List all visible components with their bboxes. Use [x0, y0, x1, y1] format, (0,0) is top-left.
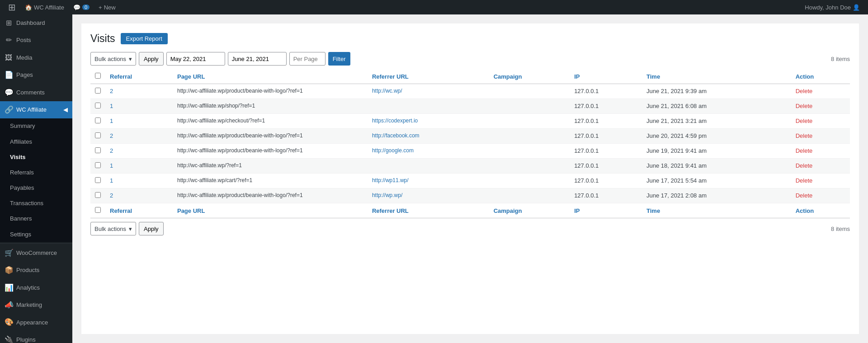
col-footer-action[interactable]: Action — [791, 203, 850, 218]
sidebar-item-summary[interactable]: Summary — [0, 118, 72, 134]
sidebar-item-wc-affiliate[interactable]: 🔗 WC Affiliate ◀ — [0, 101, 72, 118]
sidebar-item-banners[interactable]: Banners — [0, 211, 72, 226]
sidebar-item-dashboard[interactable]: ⊞ Dashboard — [0, 14, 72, 32]
date-from-input[interactable] — [166, 52, 225, 66]
sidebar-item-affiliates[interactable]: Affiliates — [0, 134, 72, 150]
referrer-link[interactable]: https://codexpert.io — [372, 117, 418, 124]
sidebar-label-wc-affiliate: WC Affiliate — [16, 106, 47, 114]
sidebar-item-pages[interactable]: 📄 Pages — [0, 66, 72, 84]
row-checkbox[interactable] — [95, 117, 101, 123]
delete-link[interactable]: Delete — [796, 177, 813, 184]
row-referrer-url: http://wp11.wp/ — [368, 174, 489, 188]
apply-button-top[interactable]: Apply — [139, 52, 164, 66]
col-footer-ip[interactable]: IP — [570, 203, 642, 218]
sidebar-item-transactions[interactable]: Transactions — [0, 196, 72, 211]
row-referral: 2 — [105, 84, 173, 99]
row-checkbox[interactable] — [95, 147, 101, 153]
date-to-input[interactable] — [228, 52, 287, 66]
select-all-checkbox[interactable] — [95, 73, 101, 79]
sidebar-item-comments[interactable]: 💬 Comments — [0, 84, 72, 101]
sidebar-item-woocommerce[interactable]: 🛒 WooCommerce — [0, 244, 72, 262]
sidebar-item-products[interactable]: 📦 Products — [0, 262, 72, 279]
woocommerce-icon: 🛒 — [5, 248, 13, 258]
col-footer-campaign[interactable]: Campaign — [489, 203, 570, 218]
sidebar-item-appearance[interactable]: 🎨 Appearance — [0, 314, 72, 331]
sidebar-item-analytics[interactable]: 📊 Analytics — [0, 279, 72, 296]
col-footer-referrer-url[interactable]: Referrer URL — [368, 203, 489, 218]
delete-link[interactable]: Delete — [796, 117, 813, 124]
select-all-footer-checkbox[interactable] — [95, 207, 101, 213]
sidebar-item-media[interactable]: 🖼 Media — [0, 49, 72, 66]
col-header-referrer-url[interactable]: Referrer URL — [368, 69, 489, 84]
referral-link[interactable]: 1 — [110, 103, 113, 109]
sidebar-label-comments: Comments — [16, 89, 45, 97]
per-page-input[interactable] — [289, 52, 326, 66]
delete-link[interactable]: Delete — [796, 103, 813, 109]
delete-link[interactable]: Delete — [796, 132, 813, 139]
wp-logo[interactable]: ⊞ — [4, 2, 20, 13]
col-header-time[interactable]: Time — [642, 69, 791, 84]
sidebar-item-referrals[interactable]: Referrals — [0, 165, 72, 180]
row-checkbox[interactable] — [95, 162, 101, 168]
row-time: June 21, 2021 9:39 am — [642, 84, 791, 99]
sidebar-item-posts[interactable]: ✏ Posts — [0, 32, 72, 49]
referral-link[interactable]: 2 — [110, 88, 113, 94]
sidebar-item-settings[interactable]: Settings — [0, 227, 72, 242]
site-name-bar[interactable]: 🏠 WC Affiliate — [20, 0, 69, 14]
row-referral: 1 — [105, 159, 173, 174]
referrer-link[interactable]: http://wp11.wp/ — [372, 177, 409, 183]
new-content-bar-item[interactable]: + New — [94, 0, 120, 14]
row-checkbox[interactable] — [95, 103, 101, 108]
delete-link[interactable]: Delete — [796, 162, 813, 169]
table-row: 1 http://wc-affiliate.wp/cart/?ref=1 htt… — [90, 174, 850, 188]
row-action: Delete — [791, 129, 850, 144]
col-header-action[interactable]: Action — [791, 69, 850, 84]
row-checkbox[interactable] — [95, 132, 101, 138]
col-header-page-url[interactable]: Page URL — [173, 69, 368, 84]
row-campaign — [489, 84, 570, 99]
bulk-actions-dropdown-bottom[interactable]: Bulk actions ▾ — [90, 222, 136, 235]
sidebar-item-payables[interactable]: Payables — [0, 180, 72, 196]
sidebar-label-media: Media — [16, 54, 32, 62]
referrer-link[interactable]: http://google.com — [372, 147, 414, 154]
user-avatar-icon[interactable]: 👤 — [853, 4, 860, 11]
export-report-button[interactable]: Export Report — [121, 33, 168, 44]
referral-link[interactable]: 2 — [110, 192, 113, 199]
referral-link[interactable]: 1 — [110, 162, 113, 169]
col-footer-referral[interactable]: Referral — [105, 203, 173, 218]
main-content: Visits Export Report Bulk actions ▾ Appl… — [72, 14, 868, 343]
delete-link[interactable]: Delete — [796, 147, 813, 154]
referral-link[interactable]: 1 — [110, 117, 113, 124]
row-time: June 21, 2021 6:08 am — [642, 99, 791, 114]
col-footer-page-url[interactable]: Page URL — [173, 203, 368, 218]
sidebar-item-marketing[interactable]: 📣 Marketing — [0, 296, 72, 314]
row-ip: 127.0.0.1 — [570, 159, 642, 174]
referral-link[interactable]: 2 — [110, 147, 113, 154]
row-checkbox[interactable] — [95, 177, 101, 183]
row-checkbox[interactable] — [95, 88, 101, 94]
referrer-link[interactable]: http://facebook.com — [372, 132, 420, 139]
comments-bar-item[interactable]: 💬 0 — [69, 0, 94, 14]
affiliates-label: Affiliates — [10, 138, 32, 146]
filter-button[interactable]: Filter — [328, 52, 350, 66]
col-header-campaign[interactable]: Campaign — [489, 69, 570, 84]
referrer-link[interactable]: http://wp.wp/ — [372, 192, 402, 198]
referral-link[interactable]: 1 — [110, 177, 113, 184]
sidebar-item-plugins[interactable]: 🔌 Plugins — [0, 331, 72, 343]
bulk-actions-dropdown[interactable]: Bulk actions ▾ — [90, 52, 136, 66]
row-checkbox[interactable] — [95, 192, 101, 198]
content-area: Visits Export Report Bulk actions ▾ Appl… — [81, 23, 859, 334]
row-campaign — [489, 188, 570, 203]
sidebar-item-visits[interactable]: Visits — [0, 150, 72, 165]
row-page-url: http://wc-affiliate.wp/product/beanie-wi… — [173, 84, 368, 99]
col-footer-time[interactable]: Time — [642, 203, 791, 218]
delete-link[interactable]: Delete — [796, 192, 813, 199]
col-header-referral[interactable]: Referral — [105, 69, 173, 84]
banners-label: Banners — [10, 215, 32, 223]
delete-link[interactable]: Delete — [796, 88, 813, 94]
referral-link[interactable]: 2 — [110, 132, 113, 139]
referrer-link[interactable]: http://wc.wp/ — [372, 88, 402, 94]
col-header-ip[interactable]: IP — [570, 69, 642, 84]
apply-button-bottom[interactable]: Apply — [139, 222, 164, 235]
row-page-url: http://wc-affiliate.wp/product/beanie-wi… — [173, 129, 368, 144]
